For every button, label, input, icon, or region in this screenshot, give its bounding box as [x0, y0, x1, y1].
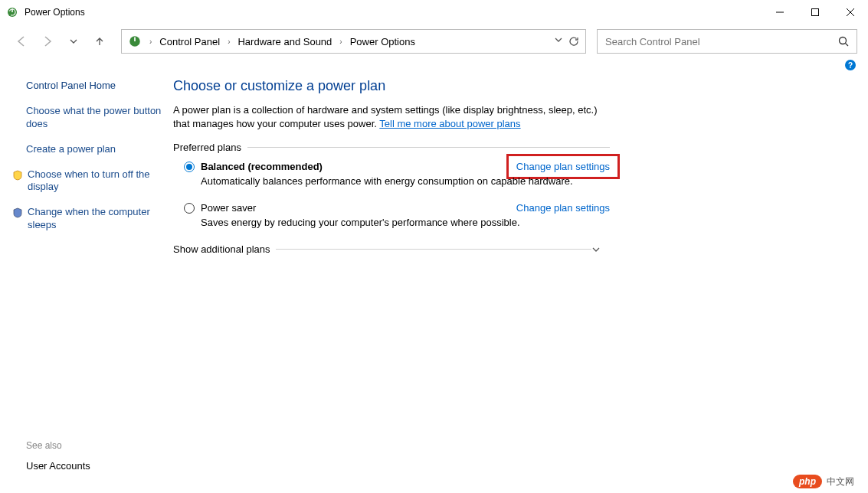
shield-icon: [12, 170, 23, 181]
main-content: Choose or customize a power plan A power…: [165, 72, 640, 255]
sidebar-link-display-off[interactable]: Choose when to turn off the display: [12, 168, 162, 194]
breadcrumb-item[interactable]: Control Panel: [158, 33, 221, 51]
sidebar-link-sleep[interactable]: Change when the computer sleeps: [12, 206, 162, 232]
section-label: Preferred plans: [173, 142, 241, 153]
sidebar-link-power-button[interactable]: Choose what the power button does: [26, 105, 162, 131]
plan-description: Automatically balances performance with …: [201, 175, 610, 187]
page-description: A power plan is a collection of hardware…: [173, 103, 610, 131]
address-dropdown-button[interactable]: [555, 36, 562, 47]
search-bar[interactable]: [597, 29, 857, 54]
title-bar: Power Options: [0, 0, 868, 24]
breadcrumb-item[interactable]: Hardware and Sound: [236, 33, 333, 51]
help-row: ?: [0, 58, 868, 72]
plan-power-saver: Power saver Change plan settings Saves e…: [184, 202, 610, 228]
see-also-label: See also: [26, 440, 90, 451]
plan-name[interactable]: Balanced (recommended): [201, 161, 323, 172]
svg-line-8: [846, 44, 849, 47]
plan-name[interactable]: Power saver: [201, 202, 256, 214]
svg-point-7: [840, 38, 847, 44]
app-icon: [6, 6, 18, 18]
divider: [247, 147, 610, 148]
window-title: Power Options: [25, 7, 85, 18]
shield-icon: [12, 207, 23, 218]
nav-up-button[interactable]: [89, 31, 110, 52]
minimize-button[interactable]: [762, 0, 798, 24]
sidebar: Control Panel Home Choose what the power…: [12, 72, 165, 255]
watermark-text: 中文网: [827, 475, 854, 488]
refresh-button[interactable]: [568, 36, 579, 47]
chevron-right-icon: ›: [149, 38, 152, 46]
chevron-down-icon: [591, 245, 610, 254]
description-link[interactable]: Tell me more about power plans: [379, 118, 520, 129]
sidebar-link-label: Change when the computer sleeps: [28, 206, 162, 232]
maximize-button[interactable]: [798, 0, 833, 24]
body-area: Control Panel Home Choose what the power…: [0, 72, 868, 255]
address-icon: [128, 34, 142, 48]
sidebar-home-link[interactable]: Control Panel Home: [26, 80, 162, 93]
plan-balanced: Balanced (recommended) Change plan setti…: [184, 161, 610, 187]
expander-label: Show additional plans: [173, 243, 270, 255]
close-button[interactable]: [833, 0, 868, 24]
svg-rect-3: [812, 9, 819, 16]
see-also-link[interactable]: User Accounts: [26, 460, 90, 472]
divider: [276, 249, 591, 250]
breadcrumb-item[interactable]: Power Options: [349, 33, 417, 51]
page-title: Choose or customize a power plan: [173, 78, 610, 94]
preferred-plans-header: Preferred plans: [173, 142, 610, 153]
watermark: php 中文网: [793, 475, 854, 488]
address-bar[interactable]: › Control Panel › Hardware and Sound › P…: [121, 29, 586, 54]
sidebar-link-create-plan[interactable]: Create a power plan: [26, 143, 162, 156]
plan-description: Saves energy by reducing your computer's…: [201, 217, 610, 228]
nav-recent-button[interactable]: [63, 31, 84, 52]
watermark-badge: php: [793, 475, 822, 488]
radio-power-saver[interactable]: [184, 203, 195, 214]
chevron-right-icon: ›: [339, 38, 342, 46]
toolbar: › Control Panel › Hardware and Sound › P…: [0, 24, 868, 58]
see-also: See also User Accounts: [26, 440, 90, 472]
search-icon[interactable]: [838, 36, 849, 47]
breadcrumb: › Control Panel › Hardware and Sound › P…: [146, 33, 417, 51]
nav-back-button[interactable]: [11, 31, 32, 52]
sidebar-link-label: Choose when to turn off the display: [28, 168, 162, 194]
radio-balanced[interactable]: [184, 162, 195, 172]
show-additional-plans[interactable]: Show additional plans: [173, 243, 610, 255]
search-input[interactable]: [605, 36, 838, 47]
change-plan-settings-link[interactable]: Change plan settings: [516, 202, 610, 214]
help-icon[interactable]: ?: [845, 60, 856, 70]
window-controls: [762, 0, 868, 24]
chevron-right-icon: ›: [228, 38, 230, 46]
nav-forward-button[interactable]: [37, 31, 58, 52]
